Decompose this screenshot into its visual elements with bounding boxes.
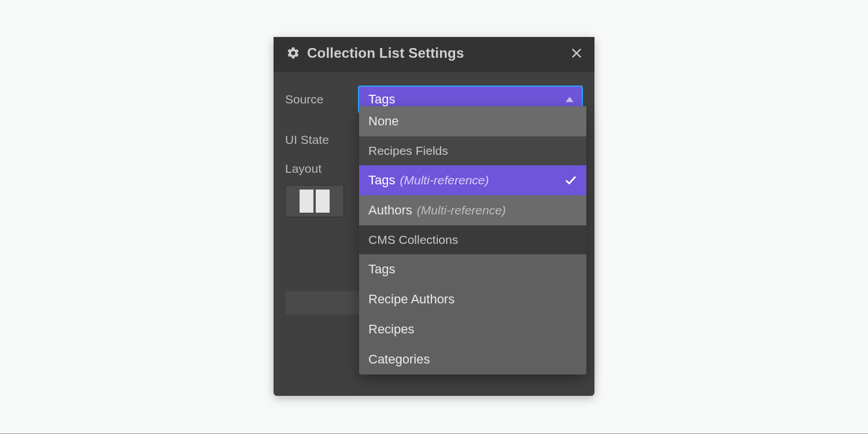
gear-icon — [286, 46, 300, 60]
dropdown-item-note: (Multi-reference) — [417, 203, 506, 217]
dropdown-option-categories[interactable]: Categories — [359, 344, 586, 374]
dropdown-item-label: Authors — [368, 203, 412, 218]
dropdown-option-none[interactable]: None — [359, 106, 586, 136]
close-icon[interactable] — [570, 47, 583, 60]
dropdown-option-recipes[interactable]: Recipes — [359, 314, 586, 344]
dropdown-item-label: Categories — [368, 352, 430, 367]
columns-icon — [300, 190, 330, 213]
dropdown-option-recipe-authors[interactable]: Recipe Authors — [359, 284, 586, 314]
dropdown-item-label: None — [368, 114, 399, 129]
panel-title: Collection List Settings — [307, 45, 563, 61]
panel-header: Collection List Settings — [274, 37, 594, 72]
dropdown-group-header-recipes-fields: Recipes Fields — [359, 136, 586, 165]
dropdown-item-label: Tags — [368, 262, 395, 277]
caret-up-icon — [566, 97, 574, 102]
panel-body: Source Tags UI State Layout No — [274, 72, 594, 222]
dropdown-item-label: Recipes — [368, 322, 414, 337]
dropdown-option-authors-multiref[interactable]: Authors (Multi-reference) — [359, 195, 586, 225]
dropdown-option-tags-multiref[interactable]: Tags (Multi-reference) — [359, 165, 586, 195]
source-dropdown: None Recipes Fields Tags (Multi-referenc… — [359, 106, 586, 374]
dropdown-item-label: Tags — [368, 173, 395, 188]
dropdown-option-tags[interactable]: Tags — [359, 254, 586, 284]
dropdown-item-label: Recipe Authors — [368, 292, 455, 307]
check-icon — [564, 174, 577, 187]
layout-columns-button[interactable] — [285, 185, 344, 217]
source-select-value: Tags — [368, 92, 395, 107]
dropdown-group-header-cms-collections: CMS Collections — [359, 225, 586, 254]
dropdown-item-note: (Multi-reference) — [400, 173, 489, 187]
dropdown-item-label: Recipes Fields — [368, 144, 448, 158]
ui-state-label: UI State — [285, 133, 349, 147]
source-label: Source — [285, 92, 349, 106]
dropdown-item-label: CMS Collections — [368, 233, 458, 247]
collection-list-settings-panel: Collection List Settings Source Tags UI … — [274, 37, 594, 396]
